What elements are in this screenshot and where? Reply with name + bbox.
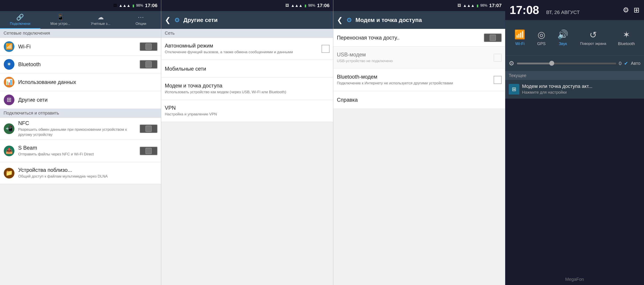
usbmodem-item[interactable]: USB-модем USB-устройство не подключено [333,47,505,69]
vpn-text: VPN Настройка и управление VPN [165,105,330,117]
signal-icon-2: ▲▲▲ [291,3,302,8]
vpn-item[interactable]: VPN Настройка и управление VPN [161,100,333,122]
page-title-3: Модем и точка доступа [356,17,422,24]
p4-tile-wifi[interactable]: 📶 Wi-Fi [514,29,525,46]
bluetooth-toggle-handle [146,61,152,68]
tab-accounts[interactable]: ☁ Учетные з... [80,11,121,29]
btmodem-item[interactable]: Bluetooth-модем Подключение к Интернету … [333,69,505,91]
modem-text: Модем и точка доступа Использовать устро… [165,83,330,95]
nfc-item[interactable]: 📲 NFC Разрешить обмен данными при прикос… [0,118,161,140]
p4-tile-bluetooth[interactable]: ✶ Bluetooth [618,30,635,46]
airplane-title: Автономный режим [165,43,318,49]
p4-notif-icon: ⊞ [509,84,519,95]
sbeam-subtitle: Отправить файлы через NFC и Wi-Fi Direct [18,152,136,157]
nfc-icon-container: 📲 [4,123,15,134]
sbeam-toggle[interactable] [140,147,158,155]
brightness-fill [517,63,552,64]
modem-item[interactable]: Модем и точка доступа Использовать устро… [161,78,333,100]
mobile-text: Мобильные сети [165,66,330,72]
page-header-3: ❮ ⚙ Модем и точка доступа [333,11,505,29]
p4-rotate-icon: ↺ [590,30,597,40]
p4-tile-gps[interactable]: ◎ GPS [537,30,546,46]
brightness-bar[interactable] [517,63,616,64]
back-button-2[interactable]: ❮ [165,16,171,24]
btmodem-text: Bluetooth-модем Подключение к Интернету … [337,74,490,86]
brightness-gear-icon[interactable]: ⚙ [509,60,514,67]
p4-notification[interactable]: ⊞ Модем или точка доступа акт... Нажмите… [505,80,644,99]
help-item[interactable]: Справка [333,91,505,109]
btmodem-checkbox[interactable] [494,76,502,84]
back-button-3[interactable]: ❮ [337,16,343,24]
other-networks-text: Другие сети [18,97,158,103]
sbeam-title: S Beam [18,145,136,151]
p4-grid-icon[interactable]: ⊞ [634,6,640,14]
tab-connections-icon: 🔗 [16,14,24,21]
data-usage-icon: 📊 [4,77,14,88]
p4-tile-rotate[interactable]: ↺ Поворот экрана [580,30,606,46]
nfc-text: NFC Разрешить обмен данными при прикосно… [18,120,136,137]
settings-icon-3: ⚙ [346,17,352,24]
tab-connections[interactable]: 🔗 Подключени [0,11,40,29]
auto-label: Авто [631,61,640,66]
p4-quick-tiles: 📶 Wi-Fi ◎ GPS 🔊 Звук ↺ Поворот экрана ✶ … [505,20,644,56]
p4-notif-subtitle: Нажмите для настройки [522,90,592,95]
tab-options-label: Опции [136,22,146,26]
modem-subtitle: Использовать устройство как модем (через… [165,90,330,95]
photo-icon-3: 🖼 [458,4,461,8]
auto-check-icon: ✔ [624,61,628,66]
p4-tile-sound[interactable]: 🔊 Звук [557,29,568,46]
tab-mydevice-label: Мое устро... [50,22,70,26]
wifi-icon-container: 📶 [4,41,15,52]
mobile-networks-item[interactable]: Мобильные сети [161,60,333,78]
photo-icon-2: 🖼 [286,4,289,8]
wifi-item[interactable]: 📶 Wi-Fi [0,38,161,56]
p4-bluetooth-label: Bluetooth [618,42,635,46]
other-networks-title: Другие сети [18,97,158,103]
tab-bar: 🔗 Подключени 📱 Мое устро... ☁ Учетные з.… [0,11,161,29]
usbmodem-title: USB-модем [337,52,490,58]
airplane-checkbox[interactable] [322,45,330,53]
status-bar-2: 🖼 ▲▲▲ ▮ 98% 17:06 [161,0,333,11]
wifi-toggle-handle [146,44,152,50]
nfc-toggle-handle [146,126,152,132]
other-networks-icon-container: ⊞ [4,94,15,105]
hotspot-toggle-handle [490,35,496,41]
bluetooth-item[interactable]: ✶ Bluetooth [0,56,161,73]
wifi-toggle[interactable] [140,42,158,51]
nearby-title: Устройства поблизо... [18,167,158,173]
p4-notif-title: Модем или точка доступа акт... [522,84,592,89]
battery-indicator-3: ▮ [476,4,478,8]
time-display-3: 17:07 [489,3,502,9]
p4-settings-icon[interactable]: ⚙ [623,6,629,14]
tab-connections-label: Подключени [10,22,30,26]
page-header-2: ❮ ⚙ Другие сети [161,11,333,29]
p4-bluetooth-icon: ✶ [623,30,630,40]
tab-options[interactable]: ⋯ Опции [121,11,161,29]
battery-percent-3: 98% [480,4,488,8]
data-usage-text: Использование данных [18,79,158,85]
sbeam-item[interactable]: 📤 S Beam Отправить файлы через NFC и Wi-… [0,140,161,162]
nearby-subtitle: Общий доступ к файлам мультимедиа через … [18,174,158,179]
airplane-item[interactable]: Автономный режим Отключение функций вызо… [161,38,333,60]
tab-mydevice[interactable]: 📱 Мое устро... [40,11,81,29]
battery-indicator-2: ▮ [304,4,306,8]
bluetooth-title: Bluetooth [18,61,136,68]
battery-percent: 98% [136,4,143,8]
nearby-item[interactable]: 📁 Устройства поблизо... Общий доступ к ф… [0,162,161,184]
data-usage-icon-container: 📊 [4,77,15,88]
brightness-value: 0 [619,61,622,66]
hotspot-item[interactable]: Переносная точка досту.. [333,29,505,47]
nfc-toggle[interactable] [140,125,158,133]
panel-other-networks: 🖼 ▲▲▲ ▮ 98% 17:06 ❮ ⚙ Другие сети Сеть А… [161,0,333,285]
usbmodem-subtitle: USB-устройство не подключено [337,59,490,64]
nfc-title: NFC [18,120,136,126]
bluetooth-toggle[interactable] [140,60,158,69]
data-usage-item[interactable]: 📊 Использование данных [0,73,161,91]
p4-time-row: 17:08 ВТ, 26 АВГУСТ ⚙ ⊞ [505,0,644,20]
p4-time: 17:08 [510,3,539,17]
hotspot-toggle[interactable] [484,34,502,42]
signal-icon: ▲▲▲ [119,3,130,8]
other-networks-item[interactable]: ⊞ Другие сети [0,91,161,109]
usbmodem-checkbox[interactable] [494,54,502,62]
airplane-subtitle: Отключение функций вызовов, а также обме… [165,50,318,55]
